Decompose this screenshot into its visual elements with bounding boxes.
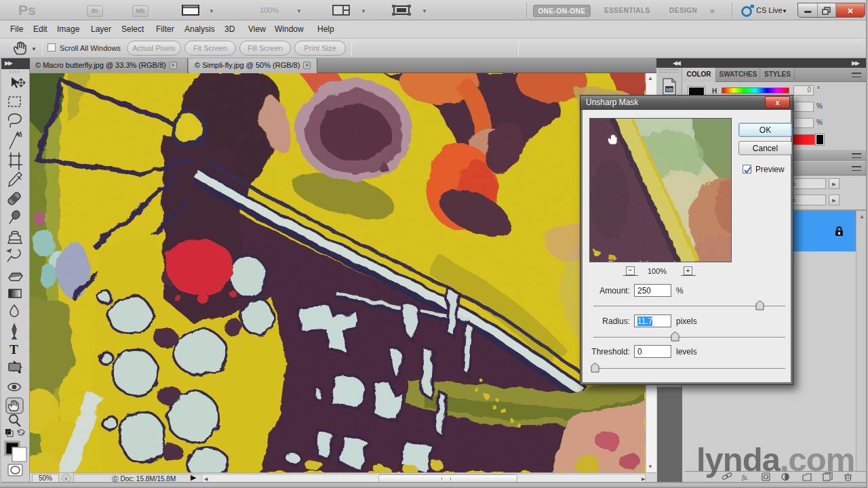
svg-text:T: T	[9, 342, 18, 357]
svg-text:MB: MB	[666, 87, 673, 92]
